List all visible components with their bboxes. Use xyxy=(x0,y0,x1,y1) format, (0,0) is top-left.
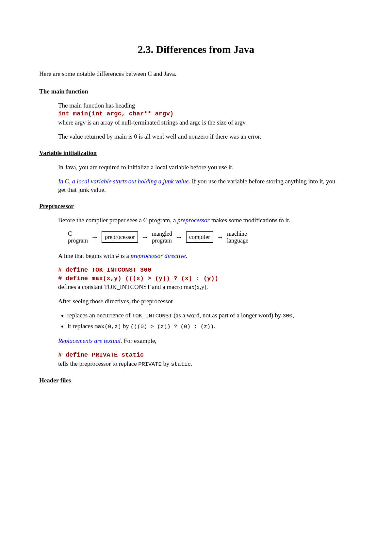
section-link-header[interactable]: Header files xyxy=(39,377,71,384)
main-code: int main(int argc, char** argv) xyxy=(58,110,340,118)
pre-code-block-1: # define TOK_INTCONST 300 # define max(x… xyxy=(58,266,340,291)
main-block-1: The main function has heading int main(i… xyxy=(58,101,340,126)
var-p1: In Java, you are required to initialize … xyxy=(58,163,340,172)
list-item: replaces an occurrence of TOK_INTCONST (… xyxy=(67,311,340,320)
diagram-node-c-program: C program xyxy=(68,230,88,244)
page-title: 2.3. Differences from Java xyxy=(39,42,353,57)
pre-p6a: tells the preprocessor to replace xyxy=(58,360,138,367)
var-p2: In C, a local variable starts out holdin… xyxy=(58,177,340,194)
li1-mono1: TOK_INTCONST xyxy=(132,313,172,319)
main-p2: where argv is an array of null-terminate… xyxy=(58,119,247,126)
section-heading-pre: Preprocessor xyxy=(39,202,353,210)
var-p2-emph: In C, a local variable starts out holdin… xyxy=(58,178,189,185)
arrow-icon: → xyxy=(175,232,183,242)
section-heading-header: Header files xyxy=(39,376,353,385)
section-body-pre: Before the compiler proper sees a C prog… xyxy=(58,216,340,368)
pre-p2: A line that begins with # is a preproces… xyxy=(58,252,340,260)
pre-p5-rest: For example, xyxy=(122,337,156,344)
diagram-node-compiler: compiler xyxy=(186,231,213,243)
pre-p6c: . xyxy=(191,360,192,367)
pre-code2: # define max(x,y) (((x) > (y)) ? (x) : (… xyxy=(58,275,340,283)
li2a: It replaces xyxy=(67,323,94,329)
section-heading-var: Variable initialization xyxy=(39,149,353,157)
diagram-n3b: program xyxy=(152,237,172,244)
pre-p1a: Before the compiler proper sees a C prog… xyxy=(58,217,177,224)
li1a: replaces an occurrence of xyxy=(67,312,132,319)
diagram-n5b: language xyxy=(227,237,248,244)
li2-mono2: (((0) > (z)) ? (0) : (z)) xyxy=(130,324,214,330)
li1-mono2: 300 xyxy=(283,313,293,319)
pre-p5-emph: Replacements are textual. xyxy=(58,337,122,344)
pre-p6b: by xyxy=(162,360,171,367)
diagram-n1a: C xyxy=(68,230,88,237)
main-p1: The main function has heading xyxy=(58,102,135,109)
pre-p1: Before the compiler proper sees a C prog… xyxy=(58,216,340,225)
li1b: (as a word, not as part of a longer word… xyxy=(172,312,283,319)
pre-code1: # define TOK_INTCONST 300 xyxy=(58,266,340,275)
li1c: , xyxy=(293,312,294,319)
list-item: It replaces max(0,z) by (((0) > (z)) ? (… xyxy=(67,322,340,331)
diagram-node-preprocessor: preprocessor xyxy=(102,231,138,243)
preprocessor-diagram: C program → preprocessor → mangled progr… xyxy=(68,230,340,244)
diagram-n3a: mangled xyxy=(152,230,172,237)
li2c: . xyxy=(214,323,216,329)
pre-bullet-list: replaces an occurrence of TOK_INTCONST (… xyxy=(58,311,340,331)
arrow-icon: → xyxy=(91,232,98,242)
pre-p1-emph: preprocessor xyxy=(177,217,210,224)
pre-code-block-2: # define PRIVATE static tells the prepro… xyxy=(58,351,340,368)
section-body-var: In Java, you are required to initialize … xyxy=(58,163,340,194)
intro-paragraph: Here are some notable differences betwee… xyxy=(39,70,353,78)
section-link-main[interactable]: The main function xyxy=(39,88,88,95)
arrow-icon: → xyxy=(141,232,149,242)
pre-p1b: makes some modifications to it. xyxy=(210,217,290,224)
pre-p6-mono2: static xyxy=(171,361,191,367)
li2-mono1: max(0,z) xyxy=(94,324,121,330)
pre-p3: defines a constant TOK_INTCONST and a ma… xyxy=(58,283,208,290)
diagram-n5a: machine xyxy=(227,230,248,237)
main-p3: The value returned by main is 0 is all w… xyxy=(58,132,340,141)
diagram-node-machine-language: machine language xyxy=(227,230,248,244)
section-heading-main: The main function xyxy=(39,87,353,96)
pre-p6: tells the preprocessor to replace PRIVAT… xyxy=(58,360,192,367)
pre-p2a: A line that begins with # is a xyxy=(58,252,131,259)
arrow-icon: → xyxy=(217,232,224,242)
section-link-var[interactable]: Variable initialization xyxy=(39,149,97,156)
section-body-main: The main function has heading int main(i… xyxy=(58,101,340,141)
pre-p6-mono1: PRIVATE xyxy=(138,361,161,367)
pre-p5: Replacements are textual. For example, xyxy=(58,337,340,345)
pre-p2b: . xyxy=(186,252,188,259)
li2b: by xyxy=(121,323,131,329)
page: 2.3. Differences from Java Here are some… xyxy=(0,0,392,555)
diagram-node-mangled-program: mangled program xyxy=(152,230,172,244)
pre-code3: # define PRIVATE static xyxy=(58,351,340,360)
diagram-n1b: program xyxy=(68,237,88,244)
section-link-pre[interactable]: Preprocessor xyxy=(39,203,74,210)
pre-p2-emph: preprocessor directive xyxy=(131,252,186,259)
pre-p4: After seeing those directives, the prepr… xyxy=(58,297,340,306)
